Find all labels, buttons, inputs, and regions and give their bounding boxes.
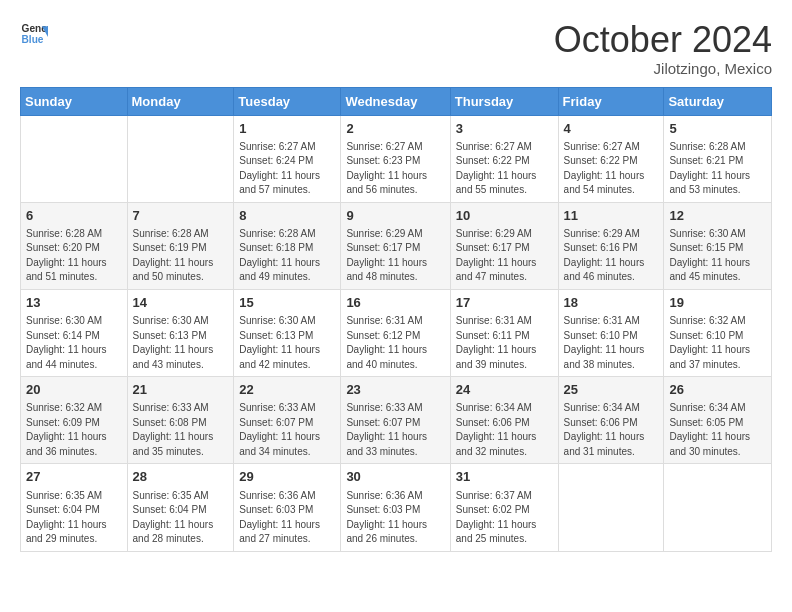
col-sunday: Sunday — [21, 87, 128, 115]
col-wednesday: Wednesday — [341, 87, 450, 115]
table-row: 29Sunrise: 6:36 AM Sunset: 6:03 PM Dayli… — [234, 464, 341, 551]
day-number: 14 — [133, 294, 229, 312]
day-number: 13 — [26, 294, 122, 312]
day-info: Sunrise: 6:34 AM Sunset: 6:05 PM Dayligh… — [669, 401, 766, 459]
day-info: Sunrise: 6:28 AM Sunset: 6:18 PM Dayligh… — [239, 227, 335, 285]
calendar-week-row: 1Sunrise: 6:27 AM Sunset: 6:24 PM Daylig… — [21, 115, 772, 202]
table-row: 13Sunrise: 6:30 AM Sunset: 6:14 PM Dayli… — [21, 289, 128, 376]
table-row: 30Sunrise: 6:36 AM Sunset: 6:03 PM Dayli… — [341, 464, 450, 551]
col-saturday: Saturday — [664, 87, 772, 115]
calendar-week-row: 20Sunrise: 6:32 AM Sunset: 6:09 PM Dayli… — [21, 377, 772, 464]
day-number: 26 — [669, 381, 766, 399]
table-row: 22Sunrise: 6:33 AM Sunset: 6:07 PM Dayli… — [234, 377, 341, 464]
day-number: 21 — [133, 381, 229, 399]
day-info: Sunrise: 6:34 AM Sunset: 6:06 PM Dayligh… — [456, 401, 553, 459]
table-row: 4Sunrise: 6:27 AM Sunset: 6:22 PM Daylig… — [558, 115, 664, 202]
day-info: Sunrise: 6:33 AM Sunset: 6:07 PM Dayligh… — [346, 401, 444, 459]
svg-text:Blue: Blue — [22, 34, 44, 45]
day-number: 25 — [564, 381, 659, 399]
day-number: 27 — [26, 468, 122, 486]
col-monday: Monday — [127, 87, 234, 115]
table-row: 25Sunrise: 6:34 AM Sunset: 6:06 PM Dayli… — [558, 377, 664, 464]
calendar-week-row: 27Sunrise: 6:35 AM Sunset: 6:04 PM Dayli… — [21, 464, 772, 551]
table-row: 24Sunrise: 6:34 AM Sunset: 6:06 PM Dayli… — [450, 377, 558, 464]
table-row: 7Sunrise: 6:28 AM Sunset: 6:19 PM Daylig… — [127, 202, 234, 289]
day-info: Sunrise: 6:35 AM Sunset: 6:04 PM Dayligh… — [133, 489, 229, 547]
table-row: 12Sunrise: 6:30 AM Sunset: 6:15 PM Dayli… — [664, 202, 772, 289]
main-title: October 2024 — [554, 20, 772, 60]
table-row: 28Sunrise: 6:35 AM Sunset: 6:04 PM Dayli… — [127, 464, 234, 551]
day-info: Sunrise: 6:29 AM Sunset: 6:17 PM Dayligh… — [456, 227, 553, 285]
day-info: Sunrise: 6:27 AM Sunset: 6:22 PM Dayligh… — [456, 140, 553, 198]
day-number: 2 — [346, 120, 444, 138]
col-tuesday: Tuesday — [234, 87, 341, 115]
table-row — [558, 464, 664, 551]
day-info: Sunrise: 6:31 AM Sunset: 6:12 PM Dayligh… — [346, 314, 444, 372]
day-number: 23 — [346, 381, 444, 399]
day-info: Sunrise: 6:30 AM Sunset: 6:13 PM Dayligh… — [239, 314, 335, 372]
day-number: 8 — [239, 207, 335, 225]
col-friday: Friday — [558, 87, 664, 115]
table-row: 21Sunrise: 6:33 AM Sunset: 6:08 PM Dayli… — [127, 377, 234, 464]
day-info: Sunrise: 6:29 AM Sunset: 6:16 PM Dayligh… — [564, 227, 659, 285]
page: General Blue October 2024 Jilotzingo, Me… — [0, 0, 792, 612]
day-number: 11 — [564, 207, 659, 225]
day-number: 4 — [564, 120, 659, 138]
day-info: Sunrise: 6:28 AM Sunset: 6:20 PM Dayligh… — [26, 227, 122, 285]
day-info: Sunrise: 6:33 AM Sunset: 6:07 PM Dayligh… — [239, 401, 335, 459]
day-info: Sunrise: 6:28 AM Sunset: 6:19 PM Dayligh… — [133, 227, 229, 285]
subtitle: Jilotzingo, Mexico — [554, 60, 772, 77]
table-row: 1Sunrise: 6:27 AM Sunset: 6:24 PM Daylig… — [234, 115, 341, 202]
day-number: 18 — [564, 294, 659, 312]
day-info: Sunrise: 6:27 AM Sunset: 6:24 PM Dayligh… — [239, 140, 335, 198]
calendar-week-row: 13Sunrise: 6:30 AM Sunset: 6:14 PM Dayli… — [21, 289, 772, 376]
day-info: Sunrise: 6:29 AM Sunset: 6:17 PM Dayligh… — [346, 227, 444, 285]
day-number: 10 — [456, 207, 553, 225]
table-row: 2Sunrise: 6:27 AM Sunset: 6:23 PM Daylig… — [341, 115, 450, 202]
table-row: 11Sunrise: 6:29 AM Sunset: 6:16 PM Dayli… — [558, 202, 664, 289]
table-row: 14Sunrise: 6:30 AM Sunset: 6:13 PM Dayli… — [127, 289, 234, 376]
day-number: 24 — [456, 381, 553, 399]
day-number: 15 — [239, 294, 335, 312]
day-number: 17 — [456, 294, 553, 312]
day-number: 3 — [456, 120, 553, 138]
logo-icon: General Blue — [20, 20, 48, 48]
day-info: Sunrise: 6:37 AM Sunset: 6:02 PM Dayligh… — [456, 489, 553, 547]
table-row: 20Sunrise: 6:32 AM Sunset: 6:09 PM Dayli… — [21, 377, 128, 464]
day-info: Sunrise: 6:36 AM Sunset: 6:03 PM Dayligh… — [346, 489, 444, 547]
table-row: 8Sunrise: 6:28 AM Sunset: 6:18 PM Daylig… — [234, 202, 341, 289]
day-info: Sunrise: 6:33 AM Sunset: 6:08 PM Dayligh… — [133, 401, 229, 459]
table-row: 31Sunrise: 6:37 AM Sunset: 6:02 PM Dayli… — [450, 464, 558, 551]
table-row: 19Sunrise: 6:32 AM Sunset: 6:10 PM Dayli… — [664, 289, 772, 376]
col-thursday: Thursday — [450, 87, 558, 115]
day-number: 29 — [239, 468, 335, 486]
day-info: Sunrise: 6:32 AM Sunset: 6:10 PM Dayligh… — [669, 314, 766, 372]
day-number: 30 — [346, 468, 444, 486]
day-info: Sunrise: 6:35 AM Sunset: 6:04 PM Dayligh… — [26, 489, 122, 547]
day-number: 5 — [669, 120, 766, 138]
day-number: 1 — [239, 120, 335, 138]
table-row: 9Sunrise: 6:29 AM Sunset: 6:17 PM Daylig… — [341, 202, 450, 289]
table-row: 26Sunrise: 6:34 AM Sunset: 6:05 PM Dayli… — [664, 377, 772, 464]
day-info: Sunrise: 6:28 AM Sunset: 6:21 PM Dayligh… — [669, 140, 766, 198]
table-row: 23Sunrise: 6:33 AM Sunset: 6:07 PM Dayli… — [341, 377, 450, 464]
calendar-header-row: Sunday Monday Tuesday Wednesday Thursday… — [21, 87, 772, 115]
day-info: Sunrise: 6:32 AM Sunset: 6:09 PM Dayligh… — [26, 401, 122, 459]
table-row: 16Sunrise: 6:31 AM Sunset: 6:12 PM Dayli… — [341, 289, 450, 376]
day-number: 20 — [26, 381, 122, 399]
logo: General Blue — [20, 20, 48, 48]
day-number: 28 — [133, 468, 229, 486]
table-row: 3Sunrise: 6:27 AM Sunset: 6:22 PM Daylig… — [450, 115, 558, 202]
table-row: 27Sunrise: 6:35 AM Sunset: 6:04 PM Dayli… — [21, 464, 128, 551]
day-info: Sunrise: 6:34 AM Sunset: 6:06 PM Dayligh… — [564, 401, 659, 459]
header: General Blue October 2024 Jilotzingo, Me… — [20, 20, 772, 77]
day-info: Sunrise: 6:36 AM Sunset: 6:03 PM Dayligh… — [239, 489, 335, 547]
day-number: 12 — [669, 207, 766, 225]
day-info: Sunrise: 6:31 AM Sunset: 6:10 PM Dayligh… — [564, 314, 659, 372]
day-number: 7 — [133, 207, 229, 225]
calendar-table: Sunday Monday Tuesday Wednesday Thursday… — [20, 87, 772, 552]
day-number: 19 — [669, 294, 766, 312]
day-info: Sunrise: 6:27 AM Sunset: 6:23 PM Dayligh… — [346, 140, 444, 198]
table-row: 15Sunrise: 6:30 AM Sunset: 6:13 PM Dayli… — [234, 289, 341, 376]
day-info: Sunrise: 6:30 AM Sunset: 6:13 PM Dayligh… — [133, 314, 229, 372]
